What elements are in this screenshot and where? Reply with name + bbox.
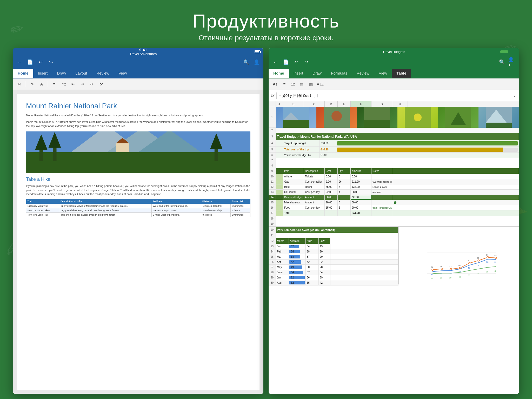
excel-tab-draw[interactable]: Draw (308, 69, 326, 78)
svg-text:34: 34 (440, 272, 443, 275)
svg-text:38: 38 (449, 272, 452, 275)
excel-tab-formulas[interactable]: Formulas (326, 69, 352, 78)
word-paragraph-1: Mount Rainier National Park located 80 m… (26, 114, 250, 118)
budget-val-2: 644.20 (320, 147, 335, 152)
temp-data-jan: 23 Jan 32 34 19 (269, 244, 398, 249)
redo-button[interactable]: ↪ (47, 58, 55, 66)
svg-text:34: 34 (477, 273, 479, 275)
temp-col-high: High (306, 238, 319, 244)
font-color-btn[interactable]: A (38, 80, 45, 88)
excel-tab-table[interactable]: Table (392, 69, 411, 78)
svg-rect-19 (364, 120, 390, 128)
total-label: Total (283, 210, 304, 216)
file-icon[interactable]: 📄 (26, 58, 34, 66)
col-c: C (304, 101, 325, 107)
svg-text:37: 37 (449, 265, 452, 268)
temp-col-low: Low (319, 238, 330, 244)
tab-draw[interactable]: Draw (52, 69, 71, 78)
svg-rect-15 (283, 120, 309, 128)
formula-input[interactable]: =[@Qty]*[@[Cost ]] (279, 94, 511, 98)
back-button[interactable]: ← (16, 58, 24, 66)
svg-text:34: 34 (431, 266, 434, 268)
battery-icon (255, 50, 260, 53)
excel-tab-insert[interactable]: Insert (289, 69, 308, 78)
excel-back-button[interactable]: ← (271, 58, 280, 66)
decrease-indent-btn[interactable]: ⇤ (69, 80, 77, 88)
svg-text:49: 49 (468, 267, 470, 269)
excel-font-btn[interactable]: A↑ (271, 80, 279, 88)
budget-val-1: 700.00 (320, 140, 335, 146)
svg-text:42: 42 (458, 270, 461, 273)
svg-point-34 (450, 268, 452, 270)
formula-expand[interactable]: ⌄ (513, 93, 516, 98)
svg-rect-26 (486, 123, 512, 128)
text-style-btn[interactable]: ⚒ (97, 80, 105, 88)
word-panel: 9:41 Travel Adventures ← 📄 ↩ ↪ 🔍 👤 Home … (13, 48, 263, 394)
word-toolbar: ← 📄 ↩ ↪ 🔍 👤 (13, 55, 263, 69)
temperature-table-area: 20 Park Temperature Averages (in Fahrenh… (269, 227, 399, 284)
svg-text:42: 42 (494, 270, 496, 272)
excel-col-headers: A B C D E F G H (269, 101, 519, 107)
increase-indent-btn[interactable]: ⇥ (78, 80, 86, 88)
temp-data-mar: 25 Mar 38 37 20 (269, 254, 398, 260)
excel-sort-btn[interactable]: A↓Z (316, 80, 324, 88)
svg-point-21 (414, 114, 422, 121)
budget-val-3: 55.80 (320, 153, 335, 158)
search-icon[interactable]: 🔍 (242, 58, 250, 66)
font-size-btn[interactable]: A↑ (16, 80, 23, 88)
excel-align-btn[interactable]: ≡ (281, 80, 288, 88)
temp-data-june: 28 June 54 57 34 (269, 270, 398, 275)
svg-text:20: 20 (449, 277, 451, 279)
excel-data-row-6: 15 Miscellaneous Amount 10.00 3 30.00 (269, 200, 519, 205)
excel-budget-row-2: 5 Total cost of the trip 644.20 (269, 147, 519, 153)
excel-tab-home[interactable]: Home (269, 69, 289, 78)
excel-title-row: 3 Travel Budget - Mount Rainier National… (269, 133, 519, 140)
tab-layout[interactable]: Layout (71, 69, 92, 78)
word-doc-heading: Mount Rainier National Park (26, 102, 250, 110)
temp-col-month: Month (276, 238, 289, 244)
total-amount: 644.20 (351, 210, 371, 216)
budget-bar-2 (337, 148, 518, 152)
col-f: F (351, 101, 371, 107)
temp-title-row: 20 Park Temperature Averages (in Fahrenh… (269, 227, 398, 233)
bullet-list-btn[interactable]: ≡ (50, 80, 58, 88)
numbered-list-btn[interactable]: ⌥ (60, 80, 68, 88)
excel-status-bar: Travel Budgets (269, 48, 519, 55)
excel-file-icon[interactable]: 📄 (282, 58, 290, 66)
user-icon[interactable]: 👤 (252, 58, 261, 66)
tab-insert[interactable]: Insert (33, 69, 52, 78)
chart-svg: 34 38 37 42 50 57 66 65 32 34 38 (401, 229, 517, 282)
svg-text:28: 28 (468, 274, 470, 276)
excel-doc-title: Travel Budgets (383, 50, 405, 54)
excel-cell-style-btn[interactable]: ▤ (298, 80, 305, 88)
word-status-bar: 9:41 Travel Adventures (13, 48, 263, 55)
excel-data-row-5-selected: 14 Dinner at lodge Amount 30.00 3 90.00 (269, 195, 519, 200)
col-h: H (392, 101, 408, 107)
excel-row-2: 2 (269, 128, 519, 133)
align-btn[interactable]: ⇄ (88, 80, 96, 88)
undo-button[interactable]: ↩ (36, 58, 45, 66)
excel-row-7: 7 (269, 158, 519, 163)
page-title: Продуктивность (0, 10, 532, 32)
excel-redo-button[interactable]: ↪ (302, 58, 311, 66)
tab-view[interactable]: View (114, 69, 131, 78)
excel-search-icon[interactable]: 🔍 (498, 58, 506, 66)
excel-format-btn[interactable]: ▦ (307, 80, 315, 88)
excel-data-row-3: 12 Hotel Room 45.00 3 135.00 Lodge in pa… (269, 184, 519, 190)
excel-undo-button[interactable]: ↩ (292, 58, 300, 66)
excel-tab-view[interactable]: View (374, 69, 392, 78)
excel-row-19: 19 (269, 221, 519, 227)
temp-data-feb: 24 Feb 34 38 20 (269, 249, 398, 254)
excel-user-icon[interactable]: 👤+ (508, 58, 516, 66)
tab-review[interactable]: Review (92, 69, 114, 78)
svg-point-38 (487, 257, 489, 258)
budget-label-3: You're under budget by (283, 153, 320, 158)
word-ribbon: Home Insert Draw Layout Review View (13, 69, 263, 78)
tab-home[interactable]: Home (13, 69, 33, 78)
excel-budget-row-3: 6 You're under budget by 55.80 (269, 153, 519, 158)
highlight-btn[interactable]: ✎ (28, 80, 36, 88)
temp-data-may: 27 May 49 50 28 (269, 265, 398, 270)
svg-text:39: 39 (486, 271, 488, 273)
excel-data-row-1: 10 Airfare Tickets 0.00 0 0.00 (269, 174, 519, 179)
excel-tab-review[interactable]: Review (352, 69, 374, 78)
